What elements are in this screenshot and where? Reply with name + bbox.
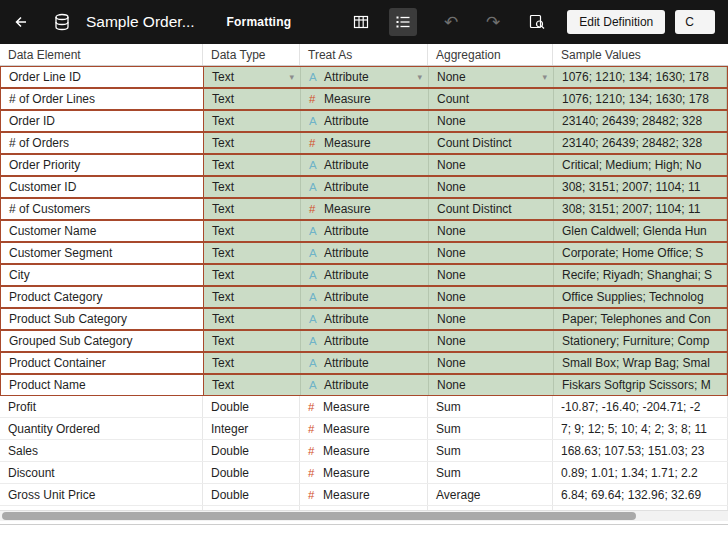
table-row[interactable]: Order Line ID Text▾ AAttribute▾ None▾ 10…: [0, 66, 728, 88]
table-row[interactable]: Discount Double▾ #Measure▾ Sum▾ 0.89; 1.…: [0, 462, 728, 484]
aggregation-cell[interactable]: Sum▾: [428, 440, 553, 461]
table-row[interactable]: Customer Segment Text▾ AAttribute▾ None▾…: [0, 242, 728, 264]
data-element-cell[interactable]: # of Orders: [1, 133, 204, 153]
treat-as-cell[interactable]: AAttribute▾: [301, 67, 429, 87]
aggregation-cell[interactable]: None▾: [429, 331, 554, 351]
data-type-cell[interactable]: Integer▾: [203, 418, 300, 439]
treat-as-cell[interactable]: #Measure▾: [301, 199, 429, 219]
data-element-cell[interactable]: Profit: [0, 396, 203, 417]
data-type-cell[interactable]: Text▾: [204, 133, 301, 153]
table-row[interactable]: Product Sub Category Text▾ AAttribute▾ N…: [0, 308, 728, 330]
grid-view-button[interactable]: [347, 8, 375, 36]
data-element-cell[interactable]: Discount: [0, 462, 203, 483]
treat-as-cell[interactable]: AAttribute▾: [301, 353, 429, 373]
data-type-cell[interactable]: Double▾: [203, 462, 300, 483]
treat-as-cell[interactable]: AAttribute▾: [301, 111, 429, 131]
treat-as-cell[interactable]: #Measure▾: [300, 396, 428, 417]
data-type-cell[interactable]: Text▾: [204, 353, 301, 373]
data-element-cell[interactable]: # of Order Lines: [1, 89, 204, 109]
treat-as-cell[interactable]: AAttribute▾: [301, 265, 429, 285]
data-type-cell[interactable]: Text▾: [204, 265, 301, 285]
table-row[interactable]: Product Container Text▾ AAttribute▾ None…: [0, 352, 728, 374]
aggregation-cell[interactable]: Sum▾: [428, 462, 553, 483]
treat-as-cell[interactable]: #Measure▾: [300, 484, 428, 505]
table-row[interactable]: # of Orders Text▾ #Measure▾ Count Distin…: [0, 132, 728, 154]
horizontal-scrollbar-thumb[interactable]: [2, 512, 636, 520]
aggregation-cell[interactable]: None▾: [429, 155, 554, 175]
data-type-cell[interactable]: Text▾: [204, 309, 301, 329]
data-type-cell[interactable]: Text▾: [204, 199, 301, 219]
data-element-cell[interactable]: Quantity Ordered: [0, 418, 203, 439]
table-row[interactable]: Gross Unit Price Double▾ #Measure▾ Avera…: [0, 484, 728, 506]
data-element-cell[interactable]: # of Customers: [1, 199, 204, 219]
aggregation-cell[interactable]: Count▾: [429, 89, 554, 109]
horizontal-scrollbar[interactable]: [0, 510, 728, 521]
table-row[interactable]: # of Order Lines Text▾ #Measure▾ Count▾ …: [0, 88, 728, 110]
treat-as-cell[interactable]: AAttribute▾: [301, 287, 429, 307]
data-element-cell[interactable]: Customer Name: [1, 221, 204, 241]
inspect-button[interactable]: [523, 8, 551, 36]
data-type-cell[interactable]: Double▾: [203, 484, 300, 505]
aggregation-cell[interactable]: Sum▾: [428, 396, 553, 417]
aggregation-cell[interactable]: Count Distinct▾: [429, 133, 554, 153]
table-row[interactable]: Customer Name Text▾ AAttribute▾ None▾ Gl…: [0, 220, 728, 242]
data-element-cell[interactable]: Gross Unit Price: [0, 484, 203, 505]
treat-as-cell[interactable]: AAttribute▾: [301, 177, 429, 197]
aggregation-cell[interactable]: Count Distinct▾: [429, 199, 554, 219]
table-row[interactable]: Order Priority Text▾ AAttribute▾ None▾ C…: [0, 154, 728, 176]
aggregation-cell[interactable]: None▾: [429, 309, 554, 329]
chevron-down-icon[interactable]: ▾: [542, 72, 547, 82]
treat-as-cell[interactable]: AAttribute▾: [301, 155, 429, 175]
aggregation-cell[interactable]: None▾: [429, 67, 554, 87]
treat-as-cell[interactable]: AAttribute▾: [301, 375, 429, 395]
table-row[interactable]: Customer ID Text▾ AAttribute▾ None▾ 308;…: [0, 176, 728, 198]
data-type-cell[interactable]: Double▾: [203, 396, 300, 417]
data-element-cell[interactable]: Product Sub Category: [1, 309, 204, 329]
data-element-cell[interactable]: Order Line ID: [1, 67, 204, 87]
treat-as-cell[interactable]: AAttribute▾: [301, 221, 429, 241]
data-type-cell[interactable]: Text▾: [204, 331, 301, 351]
aggregation-cell[interactable]: None▾: [429, 111, 554, 131]
treat-as-cell[interactable]: #Measure▾: [300, 462, 428, 483]
aggregation-cell[interactable]: None▾: [429, 287, 554, 307]
data-element-cell[interactable]: Order ID: [1, 111, 204, 131]
treat-as-cell[interactable]: AAttribute▾: [301, 331, 429, 351]
data-type-cell[interactable]: Text▾: [204, 67, 301, 87]
aggregation-cell[interactable]: None▾: [429, 243, 554, 263]
table-row[interactable]: Sales Double▾ #Measure▾ Sum▾ 168.63; 107…: [0, 440, 728, 462]
data-type-cell[interactable]: Text▾: [204, 155, 301, 175]
data-type-cell[interactable]: Text▾: [204, 287, 301, 307]
treat-as-cell[interactable]: #Measure▾: [300, 418, 428, 439]
undo-button[interactable]: ↶: [437, 8, 465, 36]
data-type-cell[interactable]: Text▾: [204, 111, 301, 131]
data-element-cell[interactable]: Order Priority: [1, 155, 204, 175]
aggregation-cell[interactable]: None▾: [429, 375, 554, 395]
chevron-down-icon[interactable]: ▾: [417, 72, 422, 82]
table-row[interactable]: Product Name Text▾ AAttribute▾ None▾ Fis…: [0, 374, 728, 396]
treat-as-cell[interactable]: AAttribute▾: [301, 243, 429, 263]
create-workbook-button[interactable]: C: [675, 10, 715, 34]
table-row[interactable]: City Text▾ AAttribute▾ None▾ Recife; Riy…: [0, 264, 728, 286]
data-type-cell[interactable]: Double▾: [203, 440, 300, 461]
aggregation-cell[interactable]: Average▾: [428, 484, 553, 505]
table-row[interactable]: Grouped Sub Category Text▾ AAttribute▾ N…: [0, 330, 728, 352]
aggregation-cell[interactable]: None▾: [429, 353, 554, 373]
list-view-button[interactable]: [389, 8, 417, 36]
treat-as-cell[interactable]: #Measure▾: [301, 89, 429, 109]
aggregation-cell[interactable]: None▾: [429, 221, 554, 241]
treat-as-cell[interactable]: AAttribute▾: [301, 309, 429, 329]
edit-definition-button[interactable]: Edit Definition: [567, 10, 665, 34]
data-element-cell[interactable]: Product Category: [1, 287, 204, 307]
table-row[interactable]: Quantity Ordered Integer▾ #Measure▾ Sum▾…: [0, 418, 728, 440]
table-row[interactable]: Profit Double▾ #Measure▾ Sum▾ -10.87; -1…: [0, 396, 728, 418]
table-row[interactable]: Product Category Text▾ AAttribute▾ None▾…: [0, 286, 728, 308]
aggregation-cell[interactable]: None▾: [429, 177, 554, 197]
aggregation-cell[interactable]: Sum▾: [428, 418, 553, 439]
table-row[interactable]: Order ID Text▾ AAttribute▾ None▾ 23140; …: [0, 110, 728, 132]
data-type-cell[interactable]: Text▾: [204, 375, 301, 395]
treat-as-cell[interactable]: #Measure▾: [301, 133, 429, 153]
table-row[interactable]: # of Customers Text▾ #Measure▾ Count Dis…: [0, 198, 728, 220]
data-element-cell[interactable]: Customer Segment: [1, 243, 204, 263]
data-element-cell[interactable]: City: [1, 265, 204, 285]
data-element-cell[interactable]: Product Name: [1, 375, 204, 395]
